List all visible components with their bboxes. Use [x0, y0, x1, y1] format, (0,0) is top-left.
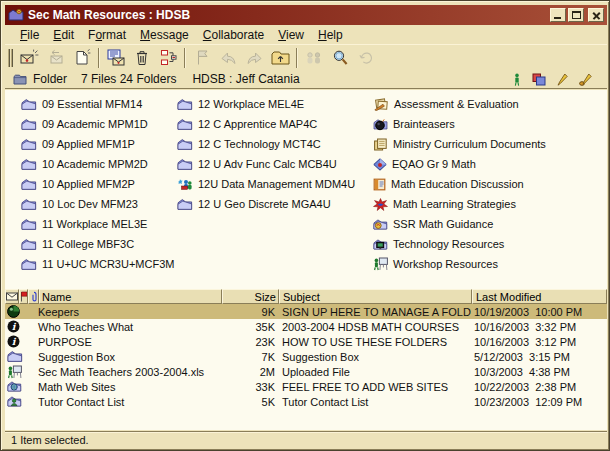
folder-label: Technology Resources — [393, 238, 504, 250]
folder-icon — [21, 238, 37, 251]
file-subject: SIGN UP HERE TO MANAGE A FOLDE — [278, 306, 471, 318]
toolbar-new-document-button[interactable] — [69, 47, 95, 69]
flag-red-icon — [20, 291, 28, 302]
toolbar-unsubscribe-button[interactable] — [155, 47, 181, 69]
folder-icon — [177, 118, 193, 131]
folder-item[interactable]: Brainteasers — [373, 114, 546, 134]
paperclip-icon — [30, 291, 38, 302]
header-attachment-column[interactable] — [28, 289, 39, 304]
toolbar-separator — [296, 48, 298, 68]
file-size: 35K — [221, 321, 278, 333]
file-name: Who Teaches What — [36, 321, 221, 333]
folder-item[interactable]: 10 Loc Dev MFM23 — [21, 194, 174, 214]
folder-item[interactable]: SSR Math Guidance — [373, 214, 546, 234]
header-size[interactable]: Size — [222, 289, 279, 304]
folder-icon — [21, 258, 37, 271]
user-icon — [513, 73, 521, 86]
folder-item[interactable]: 11 College MBF3C — [21, 234, 174, 254]
folder-item[interactable]: 12 C Technology MCT4C — [177, 134, 355, 154]
toolbar-parent-folder-button[interactable] — [267, 47, 293, 69]
status-text: 1 Item selected. — [11, 434, 89, 446]
header-last-modified[interactable]: Last Modified — [472, 289, 607, 304]
menu-message[interactable]: Message — [133, 27, 196, 43]
folder-icon — [177, 98, 193, 111]
window-title: Sec Math Resources : HDSB — [28, 8, 550, 22]
folder-label: SSR Math Guidance — [393, 218, 493, 230]
pencil-key-icon — [579, 73, 593, 86]
menu-format[interactable]: Format — [81, 27, 133, 43]
folder-item[interactable]: Math Learning Strategies — [373, 194, 546, 214]
folder-person-icon — [7, 395, 22, 408]
file-row[interactable]: Tutor Contact List5KTutor Contact List10… — [5, 394, 607, 409]
menu-file[interactable]: File — [13, 27, 46, 43]
folder-item[interactable]: 12 U Geo Discrete MGA4U — [177, 194, 355, 214]
file-row[interactable]: iPURPOSE23KHOW TO USE THESE FOLDERS10/16… — [5, 334, 607, 349]
file-row[interactable]: Sec Math Teachers 2003-2004.xls2MUploade… — [5, 364, 607, 379]
folder-item[interactable]: Technology Resources — [373, 234, 546, 254]
folder-item[interactable]: 12 U Adv Func Calc MCB4U — [177, 154, 355, 174]
folder-item[interactable]: 10 Academic MPM2D — [21, 154, 174, 174]
toolbar-flag-button — [189, 47, 215, 69]
folder-item[interactable]: 10 Applied MFM2P — [21, 174, 174, 194]
conference-folder-icon — [8, 8, 24, 22]
folder-item[interactable]: 12U Data Management MDM4U — [177, 174, 355, 194]
file-modified: 10/23/2003 12:09 PM — [471, 396, 607, 408]
menu-collaborate[interactable]: Collaborate — [196, 27, 271, 43]
menu-help[interactable]: Help — [311, 27, 350, 43]
app-window: Sec Math Resources : HDSB FileEditFormat… — [0, 0, 610, 451]
toolbar-reply-button — [43, 47, 69, 69]
status-bar: 1 Item selected. — [5, 431, 607, 448]
minimize-button[interactable] — [550, 8, 566, 22]
folder-item[interactable]: 09 Essential MFM14 — [21, 94, 174, 114]
folder-item[interactable]: Assessment & Evaluation — [373, 94, 546, 114]
file-size: 7K — [221, 351, 278, 363]
folder-label: Workshop Resources — [393, 258, 498, 270]
file-row[interactable]: iWho Teaches What35K2003-2004 HDSB MATH … — [5, 319, 607, 334]
toolbar-group-chat-button — [301, 47, 327, 69]
file-subject: Tutor Contact List — [278, 396, 471, 408]
folder-item[interactable]: 11 Workplace MEL3E — [21, 214, 174, 234]
toolbar-grip[interactable] — [8, 49, 13, 67]
folder-item[interactable]: EQAO Gr 9 Math — [373, 154, 546, 174]
menu-edit[interactable]: Edit — [46, 27, 81, 43]
menu-bar: FileEditFormatMessageCollaborateViewHelp — [5, 26, 607, 44]
header-subject[interactable]: Subject — [279, 289, 472, 304]
menu-view[interactable]: View — [271, 27, 311, 43]
folder-item[interactable]: Workshop Resources — [373, 254, 546, 274]
close-button[interactable] — [588, 8, 604, 22]
folder-item[interactable]: 09 Applied MFM1P — [21, 134, 174, 154]
toolbar-search-button[interactable] — [327, 47, 353, 69]
file-modified: 10/3/2003 4:38 PM — [471, 366, 607, 378]
file-type-cell: i — [5, 320, 36, 333]
file-row[interactable]: Suggestion Box7KSuggestion Box5/12/2003 … — [5, 349, 607, 364]
folder-badge-icon — [373, 218, 388, 231]
header-name[interactable]: Name — [39, 289, 222, 304]
folder-item[interactable]: 09 Academic MPM1D — [21, 114, 174, 134]
diamond-icon — [373, 158, 387, 171]
folder-label: 12 C Technology MCT4C — [198, 138, 321, 150]
toolbar-delete-button[interactable] — [129, 47, 155, 69]
folder-item[interactable]: 12 Workplace MEL4E — [177, 94, 355, 114]
header-message-column[interactable] — [5, 289, 19, 304]
folder-icon — [21, 118, 37, 131]
header-flag-column[interactable] — [19, 289, 28, 304]
file-modified: 5/12/2003 3:15 PM — [471, 351, 607, 363]
folder-monitor-icon — [373, 238, 388, 251]
file-modified: 10/22/2003 2:38 PM — [471, 381, 607, 393]
title-bar: Sec Math Resources : HDSB — [5, 5, 607, 25]
folder-column-2: 12 Workplace MEL4E12 C Apprentice MAP4C1… — [177, 94, 355, 214]
file-list: Keepers9KSIGN UP HERE TO MANAGE A FOLDE1… — [5, 304, 607, 430]
file-row[interactable]: Math Web Sites33KFEEL FREE TO ADD WEB SI… — [5, 379, 607, 394]
folder-icon — [21, 138, 37, 151]
folder-item[interactable]: Math Education Discussion — [373, 174, 546, 194]
file-row[interactable]: Keepers9KSIGN UP HERE TO MANAGE A FOLDE1… — [5, 304, 607, 319]
toolbar-open-summary-button[interactable] — [103, 47, 129, 69]
folder-item[interactable]: 12 C Apprentice MAP4C — [177, 114, 355, 134]
maximize-button[interactable] — [568, 8, 584, 22]
toolbar-new-message-button[interactable] — [17, 47, 43, 69]
file-subject: HOW TO USE THESE FOLDERS — [278, 336, 471, 348]
folder-pane: 09 Essential MFM1409 Academic MPM1D09 Ap… — [5, 90, 607, 289]
folder-item[interactable]: 11 U+UC MCR3U+MCF3M — [21, 254, 174, 274]
folder-item[interactable]: Ministry Curriculum Documents — [373, 134, 546, 154]
file-size: 9K — [221, 306, 278, 318]
